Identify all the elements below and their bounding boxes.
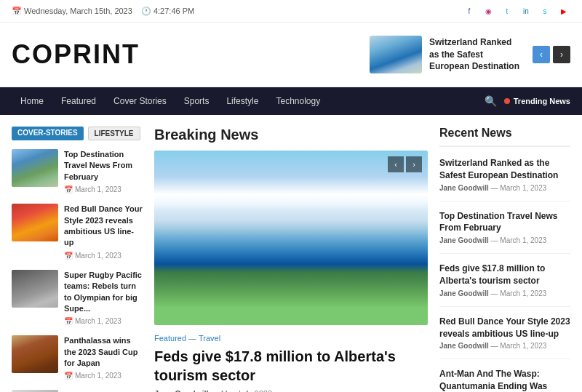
sidebar-item-text-3: Super Rugby Pacific teams: Rebels turn t… [64, 270, 143, 326]
linkedin-icon[interactable]: in [519, 4, 533, 17]
byline-date: March 1, 2023 [221, 389, 272, 392]
sidebar-thumb-3 [12, 270, 58, 308]
trending-badge: Trending News [504, 97, 570, 105]
list-item[interactable]: Super Rugby Pacific teams: Rebels turn t… [12, 270, 143, 326]
center-content: Breaking News ‹ › Featured — Travel Feds… [143, 127, 439, 392]
recent-news-item[interactable]: Top Destination Travel News From Februar… [439, 210, 570, 255]
nav-home[interactable]: Home [12, 87, 52, 115]
sidebar-item-text-4: Panthalassa wins the 2023 Saudi Cup for … [64, 335, 143, 380]
recent-item-byline-4: Jane Goodwill — March 1, 2023 [439, 342, 570, 350]
meta-category: Featured [154, 334, 186, 343]
sidebar-item-date-3: 📅 March 1, 2023 [64, 317, 143, 325]
recent-item-title-2: Top Destination Travel News From Februar… [439, 210, 570, 235]
image-next-button[interactable]: › [406, 156, 422, 172]
byline-separator: — [211, 389, 221, 392]
nav-cover-stories[interactable]: Cover Stories [105, 87, 175, 115]
top-bar-left: 📅 Wednesday, March 15th, 2023 🕐 4:27:46 … [12, 7, 194, 16]
meta-subcategory: Travel [199, 334, 220, 343]
nav-featured[interactable]: Featured [52, 87, 105, 115]
recent-news-item[interactable]: Switzerland Ranked as the Safest Europea… [439, 157, 570, 201]
recent-item-title-1: Switzerland Ranked as the Safest Europea… [439, 157, 570, 182]
recent-news-item[interactable]: Feds give $17.8 million to Alberta's tou… [439, 263, 570, 307]
breaking-article-meta: Featured — Travel [154, 334, 428, 343]
sidebar-item-title-4: Panthalassa wins the 2023 Saudi Cup for … [64, 335, 143, 369]
search-icon[interactable]: 🔍 [485, 95, 497, 107]
sidebar-thumb-2 [12, 204, 58, 241]
sidebar-item-date-4: 📅 March 1, 2023 [64, 372, 143, 380]
recent-news-item[interactable]: Ant-Man And The Wasp: Quantumania Ending… [439, 368, 570, 392]
list-item[interactable]: Panthalassa wins the 2023 Saudi Cup for … [12, 335, 143, 380]
byline-author: Jane Goodwill [154, 389, 209, 392]
social-links: f ◉ t in s ▶ [463, 4, 570, 17]
featured-article-title: Switzerland Ranked as the Safest Europea… [429, 36, 524, 73]
logo: COPRINT [12, 39, 140, 70]
breaking-news-heading: Breaking News [154, 127, 428, 143]
breaking-article-byline: Jane Goodwill — March 1, 2023 [154, 389, 428, 392]
recent-item-title-5: Ant-Man And The Wasp: Quantumania Ending… [439, 368, 570, 392]
header-next-button[interactable]: › [553, 46, 570, 63]
recent-news-heading: Recent News [439, 127, 570, 147]
nav-right: 🔍 Trending News [485, 95, 570, 107]
header-right: Switzerland Ranked as the Safest Europea… [370, 36, 570, 73]
tag-lifestyle[interactable]: LIFESTYLE [88, 127, 140, 140]
sidebar-item-title-1: Top Destination Travel News From Februar… [64, 149, 143, 183]
header-prev-button[interactable]: ‹ [533, 46, 550, 63]
meta-separator: — [188, 334, 199, 343]
tag-cover-stories[interactable]: COVER-STORIES [12, 127, 84, 140]
main-content: COVER-STORIES LIFESTYLE Top Destination … [0, 115, 582, 392]
date-display: 📅 Wednesday, March 15th, 2023 [12, 7, 132, 16]
recent-item-byline-3: Jane Goodwill — March 1, 2023 [439, 289, 570, 297]
header: COPRINT Switzerland Ranked as the Safest… [0, 23, 582, 87]
list-item[interactable]: Red Bull Dance Your Style 2023 reveals a… [12, 204, 143, 260]
breaking-news-image-wrap: ‹ › [154, 151, 428, 325]
instagram-icon[interactable]: ◉ [482, 4, 495, 17]
recent-item-title-4: Red Bull Dance Your Style 2023 reveals a… [439, 316, 570, 340]
skype-icon[interactable]: s [538, 4, 551, 17]
top-bar: 📅 Wednesday, March 15th, 2023 🕐 4:27:46 … [0, 0, 582, 23]
sidebar-thumb-1 [12, 149, 58, 187]
youtube-icon[interactable]: ▶ [557, 4, 570, 17]
image-prev-button[interactable]: ‹ [388, 156, 404, 172]
sidebar-item-date-1: 📅 March 1, 2023 [64, 185, 143, 193]
time-text: 4:27:46 PM [154, 7, 194, 15]
date-text: Wednesday, March 15th, 2023 [24, 7, 132, 15]
twitter-icon[interactable]: t [501, 4, 514, 17]
sidebar-item-title-3: Super Rugby Pacific teams: Rebels turn t… [64, 270, 143, 315]
left-sidebar: COVER-STORIES LIFESTYLE Top Destination … [12, 127, 143, 392]
sidebar-item-title-2: Red Bull Dance Your Style 2023 reveals a… [64, 204, 143, 249]
trending-label: Trending News [514, 97, 570, 105]
header-nav-buttons: ‹ › [533, 46, 570, 63]
sidebar-item-text-2: Red Bull Dance Your Style 2023 reveals a… [64, 204, 143, 260]
featured-thumbnail [370, 36, 422, 73]
recent-item-byline-1: Jane Goodwill — March 1, 2023 [439, 184, 570, 192]
list-item[interactable]: Top Destination Travel News From Februar… [12, 149, 143, 193]
clock-icon: 🕐 [141, 7, 151, 15]
calendar-icon: 📅 [12, 7, 22, 15]
recent-item-byline-2: Jane Goodwill — March 1, 2023 [439, 236, 570, 244]
recent-news-item[interactable]: Red Bull Dance Your Style 2023 reveals a… [439, 316, 570, 360]
sidebar-tags: COVER-STORIES LIFESTYLE [12, 127, 143, 140]
image-nav-arrows: ‹ › [388, 156, 422, 172]
sidebar-item-date-2: 📅 March 1, 2023 [64, 252, 143, 260]
recent-item-title-3: Feds give $17.8 million to Alberta's tou… [439, 263, 570, 287]
nav-lifestyle[interactable]: Lifestyle [218, 87, 267, 115]
header-featured-article[interactable]: Switzerland Ranked as the Safest Europea… [370, 36, 524, 73]
nav-items: Home Featured Cover Stories Sports Lifes… [12, 87, 329, 115]
time-display: 🕐 4:27:46 PM [141, 7, 194, 16]
sidebar-item-text-1: Top Destination Travel News From Februar… [64, 149, 143, 193]
right-sidebar: Recent News Switzerland Ranked as the Sa… [439, 127, 570, 392]
trending-dot [504, 98, 510, 104]
facebook-icon[interactable]: f [463, 4, 476, 17]
breaking-article-title[interactable]: Feds give $17.8 million to Alberta's tou… [154, 347, 428, 385]
nav-technology[interactable]: Technology [267, 87, 329, 115]
navigation-bar: Home Featured Cover Stories Sports Lifes… [0, 87, 582, 115]
breaking-news-image [154, 151, 428, 325]
nav-sports[interactable]: Sports [175, 87, 218, 115]
sidebar-thumb-4 [12, 335, 58, 373]
